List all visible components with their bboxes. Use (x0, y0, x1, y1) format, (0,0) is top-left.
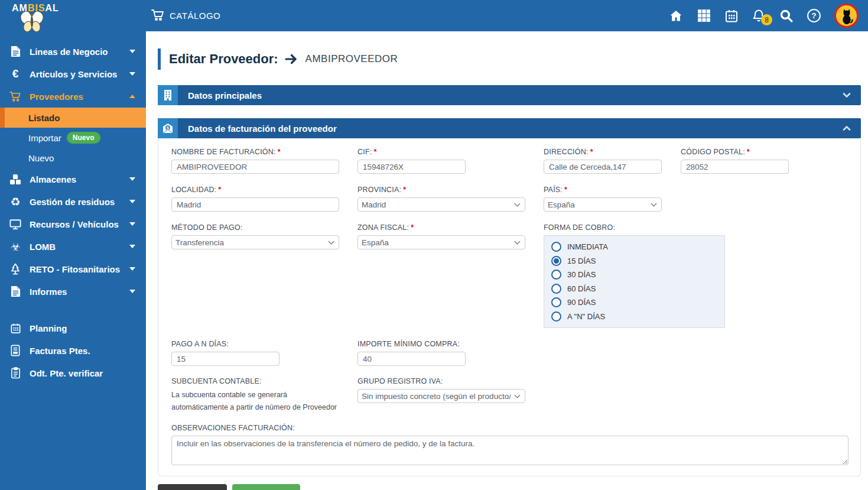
field-label: PAÍS:* (544, 186, 681, 194)
metodo-pago-select[interactable]: Transferencia (171, 235, 339, 249)
svg-text:☣: ☣ (11, 241, 20, 252)
localidad-input[interactable] (171, 197, 339, 212)
radio-icon (551, 284, 561, 294)
sidebar-item-label: Lineas de Negocio (30, 47, 108, 57)
forma-cobro-radio-group: INMEDIATA 15 DÍAS 30 DÍAS 60 DÍAS (544, 235, 725, 328)
sidebar-subitem-label: Nuevo (28, 153, 54, 163)
required-mark: * (564, 186, 567, 194)
apps-grid-icon (697, 8, 711, 23)
sidebar-item-label: Facturas Ptes. (30, 346, 90, 356)
radio-option-90-dias[interactable]: 90 DÍAS (551, 296, 717, 310)
sidebar-subitem-importar[interactable]: Importar Nuevo (0, 128, 146, 148)
catalog-label: CATÁLOGO (170, 11, 220, 21)
sidebar-item-informes[interactable]: Informes (0, 280, 146, 303)
help-button[interactable]: ? (807, 8, 821, 23)
radio-option-60-dias[interactable]: 60 DÍAS (551, 282, 717, 296)
metodo-pago-select-wrapper: Transferencia (171, 235, 339, 249)
radio-icon (551, 242, 561, 252)
grupo-registro-iva-select[interactable]: Sin impuesto concreto (según el producto… (357, 389, 525, 403)
sidebar: AMBISAL Lineas de Negocio (0, 0, 146, 490)
sidebar-item-gestion-de-residuos[interactable]: ♻ Gestión de residuos (0, 190, 146, 213)
section-datos-facturacion[interactable]: $ Datos de facturación del proveedor (158, 118, 861, 138)
tree-alert-icon (9, 263, 22, 275)
page-header: Editar Proveedor: AMBIPROVEEDOR (158, 48, 861, 70)
form-actions: Cancelar Guardar (158, 484, 861, 490)
radio-icon (551, 311, 561, 322)
section-title: Datos de facturación del proveedor (188, 124, 337, 134)
sidebar-item-reto-fitosanitarios[interactable]: RETO - Fitosanitarios (0, 258, 146, 280)
sidebar-subitem-listado[interactable]: Listado (0, 108, 146, 128)
field-label: FORMA DE COBRO: (544, 223, 725, 232)
help-icon: ? (807, 8, 821, 23)
catalog-link[interactable]: CATÁLOGO (151, 0, 220, 31)
sidebar-item-lineas-de-negocio[interactable]: Lineas de Negocio (0, 40, 146, 63)
topbar-actions: 8 ? (668, 0, 859, 31)
field-label: ZONA FISCAL:* (357, 223, 544, 232)
zona-fiscal-select[interactable]: España (357, 235, 525, 249)
save-button[interactable]: Guardar (232, 484, 300, 490)
svg-text:€: € (12, 68, 19, 80)
subcuenta-help-text: La subcuenta contable se generará automá… (171, 389, 357, 413)
document-icon (9, 46, 22, 57)
codigo-postal-input[interactable] (681, 160, 789, 174)
sidebar-item-proveedores[interactable]: Proveedores (0, 85, 146, 108)
section-datos-principales[interactable]: Datos principales (158, 85, 861, 105)
required-mark: * (411, 223, 414, 232)
provincia-select-wrapper: Madrid (357, 197, 525, 212)
money-envelope-icon: $ (158, 118, 178, 138)
sidebar-subitem-nuevo[interactable]: Nuevo (0, 148, 146, 168)
field-label: IMPORTE MÍNIMO COMPRA: (357, 340, 544, 348)
calendar-button[interactable] (724, 9, 739, 23)
radio-option-a-n-dias[interactable]: A "N" DÍAS (551, 310, 717, 324)
field-label: NOMBRE DE FACTURACIÓN:* (171, 148, 357, 156)
radio-option-inmediata[interactable]: INMEDIATA (551, 240, 717, 254)
pais-select-wrapper: España (544, 197, 662, 212)
radio-option-30-dias[interactable]: 30 DÍAS (551, 268, 717, 282)
sidebar-item-articulos-y-servicios[interactable]: € Artículos y Servicios (0, 63, 146, 85)
sidebar-item-label: Almacenes (30, 174, 76, 184)
radio-option-15-dias[interactable]: 15 DÍAS (551, 254, 717, 268)
brand: AMBISAL (0, 0, 146, 35)
facturacion-form: NOMBRE DE FACTURACIÓN:* CIF:* DIRECCIÓN:… (158, 138, 861, 476)
sidebar-item-almacenes[interactable]: Almacenes (0, 168, 146, 190)
search-button[interactable] (779, 8, 794, 23)
page-title: Editar Proveedor: (169, 51, 278, 67)
observaciones-textarea[interactable]: Incluir en las observaciones de la trans… (171, 436, 849, 465)
chevron-down-icon (129, 200, 135, 203)
field-label: CIF:* (357, 148, 544, 156)
sidebar-item-planning[interactable]: Planning (0, 317, 146, 339)
apps-grid-button[interactable] (697, 8, 711, 23)
home-button[interactable] (668, 9, 684, 23)
notifications-button[interactable]: 8 (752, 8, 766, 23)
user-avatar[interactable] (834, 4, 859, 28)
sidebar-item-recursos-vehiculos[interactable]: Recursos / Vehículos (0, 213, 146, 235)
main-content: Editar Proveedor: AMBIPROVEEDOR Datos pr… (146, 31, 868, 490)
chevron-down-icon (129, 290, 135, 293)
field-label: DIRECCIÓN:* (544, 148, 681, 156)
pais-select[interactable]: España (544, 197, 662, 212)
sidebar-item-label: Proveedores (30, 92, 83, 102)
pago-n-dias-input[interactable] (171, 352, 279, 366)
title-accent-bar (158, 48, 161, 70)
direccion-input[interactable] (544, 160, 662, 174)
importe-minimo-compra-input[interactable] (357, 352, 466, 366)
sidebar-item-odt-pte-verificar[interactable]: Odt. Pte. verificar (0, 362, 146, 384)
calendar-icon (9, 323, 22, 334)
sidebar-item-facturas-ptes[interactable]: Facturas Ptes. (0, 339, 146, 362)
cif-input[interactable] (357, 160, 466, 174)
brand-logo-text: AMBISAL (12, 3, 59, 14)
cubes-icon (9, 174, 22, 185)
chevron-down-icon (129, 222, 135, 226)
arrow-right-icon (284, 53, 298, 65)
required-mark: * (373, 148, 376, 156)
sidebar-item-lomb[interactable]: ☣ LOMB (0, 235, 146, 258)
clipboard-icon (9, 367, 22, 379)
nombre-facturacion-input[interactable] (171, 160, 339, 174)
field-label: SUBCUENTA CONTABLE: (171, 377, 357, 385)
recycle-icon: ♻ (9, 196, 22, 207)
cat-icon (838, 7, 856, 25)
radio-icon (551, 270, 561, 280)
field-label: MÉTODO DE PAGO: (171, 223, 357, 232)
provincia-select[interactable]: Madrid (357, 197, 525, 212)
cancel-button[interactable]: Cancelar (158, 484, 227, 490)
